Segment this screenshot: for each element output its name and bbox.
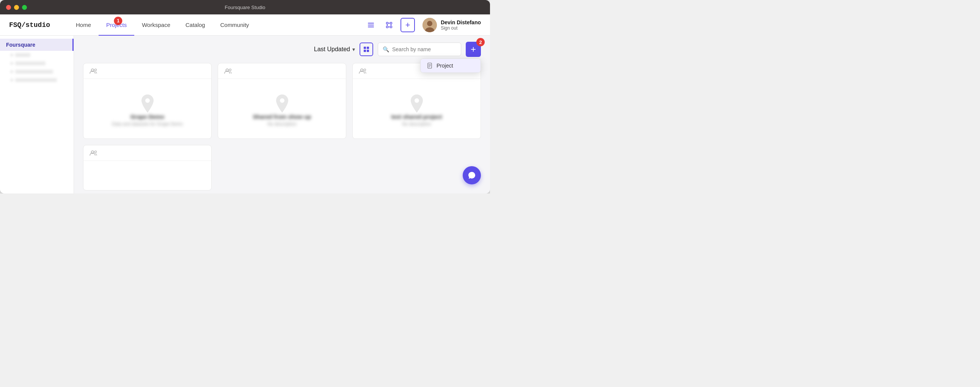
sidebar-sub-shared-show[interactable] — [0, 76, 73, 84]
content-toolbar: Last Updated ▾ 🔍 + — [74, 36, 490, 63]
document-icon — [427, 63, 433, 68]
global-add-button[interactable]: + — [401, 18, 415, 32]
dot-icon — [11, 62, 13, 65]
svg-point-12 — [427, 21, 432, 26]
add-dropdown-menu: Project — [420, 59, 481, 73]
project-card-2[interactable]: Shared from show up No description — [218, 63, 346, 139]
svg-point-4 — [390, 22, 392, 24]
svg-point-22 — [229, 69, 231, 71]
list-view-icon[interactable] — [364, 18, 378, 32]
sort-dropdown[interactable]: Last Updated ▾ — [314, 46, 355, 53]
svg-point-25 — [364, 69, 366, 71]
project-card-4[interactable] — [83, 145, 212, 191]
svg-point-28 — [95, 151, 97, 153]
card-desc-3: No description — [402, 121, 431, 127]
svg-point-6 — [390, 26, 392, 28]
content-area: Last Updated ▾ 🔍 + — [74, 36, 490, 193]
sidebar-sub-grape[interactable] — [0, 59, 73, 67]
svg-point-20 — [145, 98, 150, 103]
add-project-button[interactable]: + Project — [466, 42, 481, 57]
pin-icon-1 — [140, 94, 155, 113]
sidebar: Foursquare — [0, 36, 74, 193]
chat-icon — [468, 171, 476, 180]
svg-point-19 — [95, 69, 97, 71]
card-title-3: test shared project — [391, 113, 442, 120]
user-info: Devin Distefano Sign out — [441, 19, 481, 31]
team-icon — [224, 68, 232, 74]
nav-workspace[interactable]: Workspace — [134, 14, 178, 36]
projects-grid: Grape Demo Data and datasets for Grape D… — [74, 63, 490, 193]
close-button[interactable] — [6, 5, 11, 10]
team-icon — [89, 68, 98, 74]
svg-rect-1 — [368, 25, 374, 25]
sidebar-sub-ghr[interactable] — [0, 51, 73, 59]
nav-catalog[interactable]: Catalog — [178, 14, 213, 36]
card-header-1 — [83, 64, 211, 79]
card-body-3: test shared project No description — [353, 79, 480, 139]
add-project-item[interactable]: Project — [421, 59, 480, 72]
sidebar-sub-label-ghr — [15, 53, 30, 57]
card-header-4 — [83, 145, 211, 161]
sidebar-item-label: Foursquare — [6, 42, 35, 48]
add-dropdown-badge: 2 — [476, 38, 485, 46]
chat-bubble[interactable] — [463, 166, 481, 185]
nav-projects[interactable]: Projects 1 — [99, 14, 134, 36]
sign-out-link[interactable]: Sign out — [441, 25, 481, 31]
pin-icon-2 — [275, 94, 290, 113]
team-icon — [89, 150, 98, 156]
sidebar-sub-label-test — [15, 70, 53, 73]
nav-community[interactable]: Community — [213, 14, 257, 36]
main-content: Foursquare Last — [0, 36, 490, 193]
search-box[interactable]: 🔍 — [378, 43, 461, 56]
chevron-down-icon: ▾ — [352, 46, 355, 53]
user-name: Devin Distefano — [441, 19, 481, 25]
window-title: Foursquare Studio — [225, 5, 266, 10]
project-card-3[interactable]: test shared project No description — [352, 63, 481, 139]
project-card-1[interactable]: Grape Demo Data and datasets for Grape D… — [83, 63, 212, 139]
sidebar-sub-label-shared — [15, 78, 57, 82]
integrations-icon[interactable] — [382, 18, 396, 32]
plus-icon: + — [471, 44, 476, 55]
dot-icon — [11, 54, 13, 56]
card-header-2 — [218, 64, 346, 79]
sort-label: Last Updated — [314, 46, 350, 53]
user-area: Devin Distefano Sign out — [423, 18, 481, 32]
logo: FSQ/studio — [9, 21, 50, 29]
title-bar: Foursquare Studio — [0, 0, 490, 14]
search-input[interactable] — [392, 46, 456, 53]
card-body-1: Grape Demo Data and datasets for Grape D… — [83, 79, 211, 139]
traffic-lights — [6, 5, 27, 10]
project-item-label: Project — [436, 63, 453, 68]
svg-rect-2 — [368, 27, 374, 27]
maximize-button[interactable] — [22, 5, 27, 10]
projects-badge: 1 — [114, 17, 123, 25]
svg-rect-0 — [368, 23, 374, 24]
svg-point-26 — [415, 98, 419, 103]
svg-point-3 — [387, 22, 388, 24]
sidebar-sub-test-shared[interactable] — [0, 67, 73, 76]
nav-home[interactable]: Home — [68, 14, 99, 36]
card-body-2: Shared from show up No description — [218, 79, 346, 139]
sidebar-item-foursquare[interactable]: Foursquare — [0, 39, 73, 51]
minimize-button[interactable] — [14, 5, 19, 10]
team-icon — [359, 68, 367, 74]
pin-icon-3 — [409, 94, 425, 113]
header: FSQ/studio Home Projects 1 Workspace Cat… — [0, 14, 490, 36]
header-actions: + Devin Distefano Sign out — [364, 18, 481, 32]
card-desc-2: No description — [267, 121, 297, 127]
card-title-1: Grape Demo — [130, 113, 164, 120]
grid-icon — [364, 47, 369, 52]
card-desc-1: Data and datasets for Grape Demo — [112, 121, 183, 127]
card-title-2: Shared from show up — [253, 113, 311, 120]
svg-point-5 — [387, 26, 388, 28]
sidebar-sub-label-grape — [15, 62, 46, 65]
svg-point-23 — [280, 98, 285, 103]
search-icon: 🔍 — [383, 46, 389, 53]
grid-view-button[interactable] — [360, 43, 373, 56]
dot-icon — [11, 70, 13, 73]
dot-icon — [11, 79, 13, 81]
avatar — [423, 18, 437, 32]
main-nav: Home Projects 1 Workspace Catalog Commun… — [68, 14, 364, 36]
